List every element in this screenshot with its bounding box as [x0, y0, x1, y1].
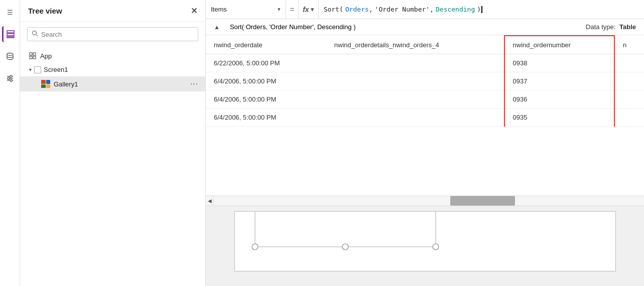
cell-extra — [614, 90, 644, 109]
canvas-bezier-svg — [235, 212, 615, 271]
svg-rect-0 — [7, 31, 14, 33]
formula-expression[interactable]: Sort( Orders , 'Order Number' , Descendi… — [319, 6, 644, 13]
col-header-ordernumber: nwind_ordernumber — [504, 36, 614, 54]
collapse-icon[interactable]: ▲ — [214, 24, 220, 31]
svg-rect-14 — [30, 56, 32, 59]
cell-ordernumber: 0937 — [504, 72, 614, 90]
formula-close: ) — [477, 6, 481, 13]
sub-formula-text: Sort( Orders, 'Order Number', Descending… — [230, 23, 356, 31]
gallery-icon-cell-3 — [41, 84, 46, 88]
tree-title: Tree view — [28, 7, 62, 15]
tree-item-app[interactable]: App — [20, 49, 205, 63]
table-row: 6/4/2006, 5:00:00 PM0936 — [206, 90, 644, 109]
gallery-icon-cell-2 — [46, 80, 51, 84]
search-box[interactable] — [27, 27, 198, 41]
tree-header: Tree view ✕ — [20, 0, 205, 22]
fx-label: fx — [303, 6, 309, 14]
main-area: Items ▾ = fx ▾ Sort( Orders , 'Order Num… — [206, 0, 644, 286]
scrollbar-thumb[interactable] — [450, 196, 515, 206]
svg-point-8 — [8, 77, 10, 79]
controls-icon[interactable] — [2, 70, 18, 86]
tree-panel: Tree view ✕ App ▾ Scr — [20, 0, 206, 286]
svg-point-9 — [10, 79, 12, 81]
svg-rect-12 — [30, 53, 32, 55]
chevron-down-icon: ▾ — [29, 67, 32, 72]
table-header-row: nwind_orderdate nwind_orderdetails_nwind… — [206, 36, 644, 54]
dropdown-chevron-icon: ▾ — [278, 6, 281, 13]
formula-cursor — [481, 6, 482, 13]
app-label: App — [40, 52, 52, 60]
data-table: nwind_orderdate nwind_orderdetails_nwind… — [206, 35, 644, 127]
gallery-icon-cell-1 — [41, 80, 46, 84]
table-row: 6/4/2006, 5:00:00 PM0937 — [206, 72, 644, 90]
cell-ordernumber: 0936 — [504, 90, 614, 109]
tree-item-gallery1[interactable]: Gallery1 ··· — [20, 76, 205, 91]
svg-rect-15 — [33, 56, 36, 59]
canvas-area — [206, 206, 644, 286]
scroll-left-button[interactable]: ◀ — [206, 196, 214, 206]
formula-comma2: , — [430, 6, 434, 13]
svg-point-21 — [433, 244, 439, 250]
data-type-value: Table — [619, 23, 636, 31]
formula-comma1: , — [369, 6, 373, 13]
formula-sort-open: Sort( — [324, 6, 343, 13]
data-table-wrapper[interactable]: nwind_orderdate nwind_orderdetails_nwind… — [206, 35, 644, 196]
cell-extra — [614, 54, 644, 72]
formula-orders: Orders — [345, 6, 369, 13]
fx-chevron-icon: ▾ — [311, 6, 314, 13]
screen-label: Screen1 — [44, 66, 68, 73]
horizontal-scrollbar[interactable]: ◀ — [206, 196, 644, 206]
items-dropdown[interactable]: Items ▾ — [206, 0, 286, 19]
more-options-icon[interactable]: ··· — [190, 79, 198, 88]
svg-rect-1 — [7, 34, 14, 36]
cell-orderdetails — [326, 72, 504, 90]
gallery-label: Gallery1 — [54, 80, 187, 88]
layers-icon[interactable] — [2, 26, 18, 42]
svg-point-7 — [10, 75, 12, 77]
table-body: 6/22/2006, 5:00:00 PM09386/4/2006, 5:00:… — [206, 54, 644, 127]
cell-orderdetails — [326, 90, 504, 109]
cell-orderdate: 6/22/2006, 5:00:00 PM — [206, 54, 326, 72]
data-type-label: Data type: Table — [586, 23, 636, 31]
database-icon[interactable] — [2, 48, 18, 64]
cell-orderdate: 6/4/2006, 5:00:00 PM — [206, 109, 326, 127]
equals-sign: = — [286, 0, 299, 19]
svg-rect-2 — [7, 37, 14, 38]
canvas-frame — [234, 211, 616, 271]
table-row: 6/4/2006, 5:00:00 PM0935 — [206, 109, 644, 127]
cell-orderdetails — [326, 109, 504, 127]
fx-button[interactable]: fx ▾ — [299, 0, 318, 19]
items-label: Items — [211, 6, 275, 13]
hamburger-menu-icon[interactable]: ☰ — [2, 4, 18, 20]
col-header-extra: n — [614, 36, 644, 54]
search-input[interactable] — [41, 31, 194, 38]
cell-extra — [614, 109, 644, 127]
tree-items: App ▾ Screen1 Gallery1 ··· — [20, 46, 205, 94]
cell-ordernumber: 0938 — [504, 54, 614, 72]
screen-icon — [34, 66, 41, 73]
svg-point-20 — [342, 244, 348, 250]
svg-point-3 — [7, 53, 13, 56]
svg-rect-13 — [33, 53, 36, 55]
data-area: ▲ Sort( Orders, 'Order Number', Descendi… — [206, 19, 644, 286]
cell-orderdate: 6/4/2006, 5:00:00 PM — [206, 72, 326, 90]
search-icon — [32, 30, 38, 38]
col-header-orderdetails: nwind_orderdetails_nwind_orders_4 — [326, 36, 504, 54]
gallery-icon-cell-4 — [46, 84, 51, 88]
cell-orderdetails — [326, 54, 504, 72]
formula-order-number: 'Order Number' — [375, 6, 430, 13]
svg-point-10 — [33, 31, 37, 35]
gallery-icon — [41, 80, 50, 88]
svg-line-11 — [36, 35, 38, 36]
data-sub-header: ▲ Sort( Orders, 'Order Number', Descendi… — [206, 19, 644, 35]
tree-item-screen1[interactable]: ▾ Screen1 — [20, 63, 205, 76]
close-icon[interactable]: ✕ — [191, 6, 197, 16]
formula-bar: Items ▾ = fx ▾ Sort( Orders , 'Order Num… — [206, 0, 644, 19]
icon-bar: ☰ — [0, 0, 20, 286]
col-header-orderdate: nwind_orderdate — [206, 36, 326, 54]
data-type-prefix: Data type: — [586, 23, 615, 31]
app-grid-icon — [29, 52, 37, 60]
formula-descending: Descending — [436, 6, 475, 13]
svg-point-19 — [252, 244, 258, 250]
scrollbar-track[interactable] — [214, 196, 644, 206]
